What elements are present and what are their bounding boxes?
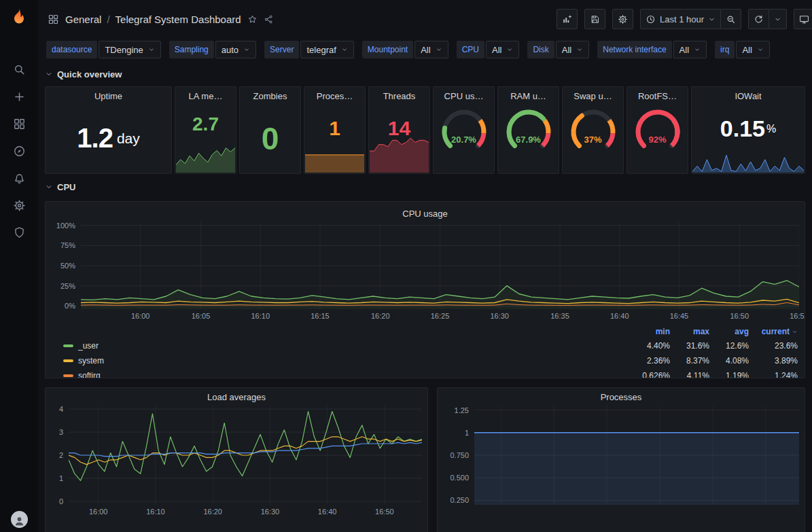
- zoom-out-time-button[interactable]: [721, 9, 741, 29]
- legend-max: 31.6%: [670, 341, 709, 351]
- refresh-controls: [748, 9, 787, 29]
- chevron-down-icon: [576, 46, 583, 53]
- variable-value-dropdown[interactable]: All: [486, 41, 519, 58]
- y-tick-label: 0%: [65, 302, 75, 310]
- dashboard-settings-button[interactable]: [612, 9, 633, 29]
- save-icon: [590, 14, 600, 24]
- chevron-down-icon: [774, 16, 781, 23]
- grafana-logo[interactable]: [9, 7, 29, 27]
- variable-value-dropdown[interactable]: telegraf: [300, 41, 353, 58]
- y-tick-label: 0.750: [450, 451, 469, 459]
- time-controls: Last 1 hour: [640, 9, 741, 29]
- panel-title[interactable]: CPU usage: [46, 205, 805, 222]
- zombies-value: 0: [240, 103, 300, 173]
- panel-title[interactable]: Processes: [438, 388, 805, 406]
- threads-sparkline: [370, 136, 429, 173]
- variable-label: Network interface: [597, 41, 671, 58]
- x-tick-label: 16:00: [89, 508, 108, 516]
- refresh-icon: [754, 14, 764, 24]
- panel-title[interactable]: CPU us…: [434, 87, 494, 105]
- chevron-down-icon: [45, 183, 53, 191]
- legend-series-toggle[interactable]: system: [63, 356, 631, 366]
- panel-title[interactable]: RAM u…: [498, 87, 559, 105]
- variable-sampling: Sampling auto: [169, 41, 256, 58]
- sidebar-item-server-admin[interactable]: [5, 219, 33, 246]
- gauge-value: 92%: [627, 135, 688, 145]
- y-tick-label: 1: [465, 429, 469, 437]
- chevron-down-icon: [341, 46, 348, 53]
- panel-load-averages: Load averages 43210 16:0016:1016:2016:30…: [45, 387, 428, 532]
- series-color-swatch: [63, 374, 73, 377]
- variable-datasource: datasource TDengine: [46, 41, 161, 58]
- sidebar-item-search[interactable]: [5, 56, 33, 83]
- processes-plot[interactable]: [474, 406, 799, 505]
- row-title: Quick overview: [57, 69, 122, 79]
- y-axis: 100%75%50%25%0%: [51, 222, 81, 309]
- refresh-interval-dropdown[interactable]: [769, 9, 787, 29]
- x-tick-label: 16:55: [790, 312, 805, 320]
- tv-mode-button[interactable]: [794, 9, 812, 29]
- y-tick-label: 100%: [56, 221, 75, 230]
- y-tick-label: 75%: [60, 241, 75, 249]
- time-range-picker[interactable]: Last 1 hour: [640, 9, 721, 29]
- chevron-down-icon: [243, 46, 250, 53]
- variable-value-dropdown[interactable]: All: [556, 41, 589, 58]
- sidebar-item-explore[interactable]: [5, 137, 33, 164]
- zoom-out-icon: [726, 14, 736, 24]
- rootfs-gauge: 92%: [627, 105, 688, 172]
- legend-header-max[interactable]: max: [670, 327, 709, 336]
- panel-title[interactable]: Threads: [369, 87, 429, 105]
- breadcrumb-folder[interactable]: General: [65, 14, 101, 25]
- breadcrumb: General / Telegraf System Dashboard: [65, 14, 241, 25]
- legend-header-current[interactable]: current: [749, 327, 798, 336]
- chevron-down-icon: [148, 46, 155, 53]
- legend-avg: 1.19%: [709, 371, 749, 378]
- time-range-label: Last 1 hour: [660, 14, 704, 24]
- add-panel-button[interactable]: [557, 9, 578, 29]
- panel-title[interactable]: RootFS…: [627, 87, 688, 105]
- panel-title[interactable]: Load averages: [46, 388, 427, 406]
- sidebar-item-create[interactable]: [5, 83, 33, 110]
- legend-header-min[interactable]: min: [631, 327, 670, 336]
- legend-min: 4.40%: [631, 341, 670, 351]
- legend-series-toggle[interactable]: _user: [63, 341, 631, 351]
- user-profile-button[interactable]: [11, 511, 28, 528]
- load-averages-plot[interactable]: [69, 406, 422, 505]
- panel-title[interactable]: Uptime: [46, 87, 171, 105]
- save-dashboard-button[interactable]: [584, 9, 605, 29]
- legend-header-avg[interactable]: avg: [709, 327, 749, 336]
- breadcrumb-dashboard-title[interactable]: Telegraf System Dashboard: [116, 14, 241, 25]
- x-tick-label: 16:20: [203, 508, 222, 516]
- variable-value-dropdown[interactable]: All: [736, 41, 769, 58]
- panel-title[interactable]: Proces…: [304, 87, 365, 105]
- sidebar-item-alerting[interactable]: [5, 164, 33, 192]
- x-tick-label: 16:10: [251, 312, 270, 320]
- panel-title[interactable]: LA me…: [175, 87, 236, 105]
- variable-value-dropdown[interactable]: TDengine: [99, 41, 160, 58]
- row-cpu[interactable]: CPU: [45, 179, 805, 194]
- panel-title[interactable]: Swap u…: [563, 87, 623, 105]
- x-tick-label: 16:00: [131, 312, 150, 320]
- sidebar-item-dashboards[interactable]: [5, 110, 33, 137]
- sidebar-item-configuration[interactable]: [5, 192, 33, 219]
- processes-sparkline: [305, 152, 364, 173]
- x-tick-label: 16:40: [318, 508, 337, 516]
- refresh-button[interactable]: [748, 9, 769, 29]
- star-dashboard-button[interactable]: [247, 14, 258, 24]
- y-tick-label: 4: [59, 405, 63, 413]
- legend-row-softirq: softirq 0.626% 4.11% 1.19% 1.24%: [63, 368, 798, 378]
- uptime-value: 1.2day: [46, 103, 171, 173]
- legend-series-toggle[interactable]: softirq: [63, 371, 631, 378]
- share-dashboard-button[interactable]: [264, 14, 274, 24]
- panel-la-medium: LA me… 2.7: [175, 86, 236, 174]
- chevron-down-icon: [694, 46, 701, 53]
- panel-title[interactable]: Zombies: [240, 87, 300, 105]
- variable-value-dropdown[interactable]: All: [414, 41, 448, 58]
- row-quick-overview[interactable]: Quick overview: [45, 67, 805, 82]
- panel-title[interactable]: IOWait: [692, 87, 805, 105]
- variable-value-dropdown[interactable]: All: [673, 41, 707, 58]
- variable-label: Disk: [527, 41, 554, 58]
- bell-icon: [13, 172, 26, 185]
- cpu-usage-plot[interactable]: [81, 222, 799, 309]
- variable-value-dropdown[interactable]: auto: [215, 41, 256, 58]
